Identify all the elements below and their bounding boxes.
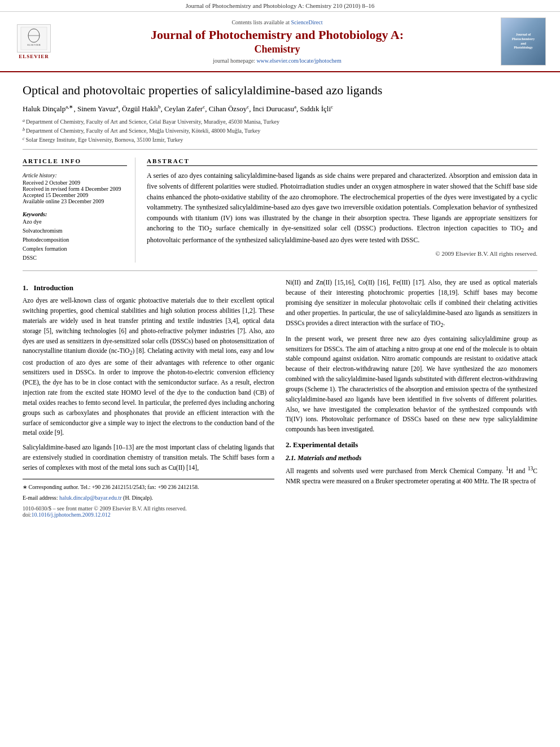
- keyword-solvatochromism: Solvatochromism: [23, 226, 127, 235]
- elsevier-emblem: ELSEVIER: [17, 24, 51, 53]
- keywords-label: Keywords:: [23, 211, 127, 217]
- doi-area: 1010-6030/$ – see front matter © 2009 El…: [23, 505, 274, 518]
- journal-title: Journal of Photochemistry and Photobiolo…: [56, 28, 498, 42]
- footnote-area: ∗ Corresponding author. Tel.: +90 236 24…: [23, 479, 274, 502]
- copyright-notice: © 2009 Elsevier B.V. All rights reserved…: [147, 250, 537, 257]
- elsevier-wordmark: ELSEVIER: [19, 54, 49, 59]
- corresponding-author-note: ∗ Corresponding author. Tel.: +90 236 24…: [23, 483, 274, 491]
- cover-image-area: Journal ofPhotochemistryandPhotobiology: [498, 18, 549, 65]
- article-title-section: Optical and photovoltaic properties of s…: [23, 72, 537, 150]
- journal-citation: Journal of Photochemistry and Photobiolo…: [0, 0, 560, 12]
- abstract-column: ABSTRACT A series of azo dyes containing…: [147, 158, 537, 263]
- history-revised: Received in revised form 4 December 2009: [23, 186, 127, 192]
- email-note: E-mail address: haluk.dincalp@bayar.edu.…: [23, 493, 274, 502]
- history-online: Available online 23 December 2009: [23, 198, 127, 204]
- citation-text: Journal of Photochemistry and Photobiolo…: [186, 2, 375, 9]
- doi-line: doi:10.1016/j.jphotochem.2009.12.012: [23, 512, 274, 518]
- section1-heading: 1. Introduction: [23, 283, 274, 292]
- history-received: Received 2 October 2009: [23, 180, 127, 186]
- journal-subtitle: Chemistry: [56, 43, 498, 55]
- article-info-column: ARTICLE INFO Article history: Received 2…: [23, 158, 135, 263]
- svg-text:ELSEVIER: ELSEVIER: [27, 43, 41, 46]
- abstract-text: A series of azo dyes containing salicyla…: [147, 171, 537, 245]
- author-email[interactable]: haluk.dincalp@bayar.edu.tr: [59, 495, 122, 501]
- article-info-label: ARTICLE INFO: [23, 158, 127, 166]
- section2-heading: 2. Experimental details: [286, 440, 537, 449]
- affiliations: a Department of Chemistry, Faculty of Ar…: [23, 117, 537, 145]
- homepage-url[interactable]: www.elsevier.com/locate/jphotochem: [256, 58, 341, 64]
- history-label: Article history:: [23, 172, 57, 178]
- issn-line: 1010-6030/$ – see front matter © 2009 El…: [23, 505, 274, 512]
- article-title: Optical and photovoltaic properties of s…: [23, 82, 537, 99]
- authors-line: Haluk Dinçalpa,∗, Sinem Yavuza, Özgül Ha…: [23, 103, 537, 115]
- keywords-section: Keywords: Azo dye Solvatochromism Photod…: [23, 211, 127, 263]
- intro-para1: Azo dyes are well-known class of organic…: [23, 296, 274, 438]
- body-left-column: 1. Introduction Azo dyes are well-known …: [23, 278, 274, 517]
- article-history: Article history: Received 2 October 2009…: [23, 171, 127, 204]
- svg-rect-0: [21, 27, 47, 50]
- doi-link[interactable]: 10.1016/j.jphotochem.2009.12.012: [32, 512, 111, 518]
- keyword-complex-formation: Complex formation: [23, 244, 127, 254]
- journal-header: ELSEVIER ELSEVIER Contents lists availab…: [0, 12, 560, 72]
- keyword-azo-dye: Azo dye: [23, 217, 127, 226]
- section2-subheading: 2.1. Materials and methods: [286, 454, 537, 462]
- keyword-photodecomposition: Photodecomposition: [23, 235, 127, 244]
- info-abstract-section: ARTICLE INFO Article history: Received 2…: [23, 158, 537, 271]
- body-right-column: Ni(II) and Zn(II) [15,16], Co(II) [16], …: [286, 278, 537, 517]
- keyword-dssc: DSSC: [23, 254, 127, 263]
- sciencedirect-line: Contents lists available at ScienceDirec…: [56, 19, 498, 25]
- journal-title-area: Contents lists available at ScienceDirec…: [56, 19, 498, 64]
- experimental-para1: All reagents and solvents used were purc…: [286, 465, 537, 486]
- abstract-label: ABSTRACT: [147, 158, 537, 166]
- sciencedirect-link[interactable]: ScienceDirect: [291, 19, 322, 25]
- affiliation-c: c Solar Energy Institute, Ege University…: [23, 136, 537, 145]
- elsevier-logo: ELSEVIER ELSEVIER: [11, 24, 56, 59]
- intro-para2: Salicylaldimine-based azo ligands [10–13…: [23, 443, 274, 473]
- history-accepted: Accepted 15 December 2009: [23, 192, 127, 198]
- elsevier-logo-area: ELSEVIER ELSEVIER: [11, 24, 56, 59]
- cover-title: Journal ofPhotochemistryandPhotobiology: [512, 33, 535, 50]
- intro-right-para2: In the present work, we present three ne…: [286, 334, 537, 435]
- journal-homepage: journal homepage: www.elsevier.com/locat…: [56, 58, 498, 64]
- affiliation-a: a Department of Chemistry, Faculty of Ar…: [23, 117, 537, 126]
- intro-right-para1: Ni(II) and Zn(II) [15,16], Co(II) [16], …: [286, 278, 537, 329]
- journal-cover: Journal ofPhotochemistryandPhotobiology: [501, 18, 546, 65]
- body-text: 1. Introduction Azo dyes are well-known …: [23, 271, 537, 517]
- main-content: Optical and photovoltaic properties of s…: [0, 72, 560, 518]
- body-two-columns: 1. Introduction Azo dyes are well-known …: [23, 278, 537, 517]
- affiliation-b: b Department of Chemistry, Faculty of Ar…: [23, 126, 537, 136]
